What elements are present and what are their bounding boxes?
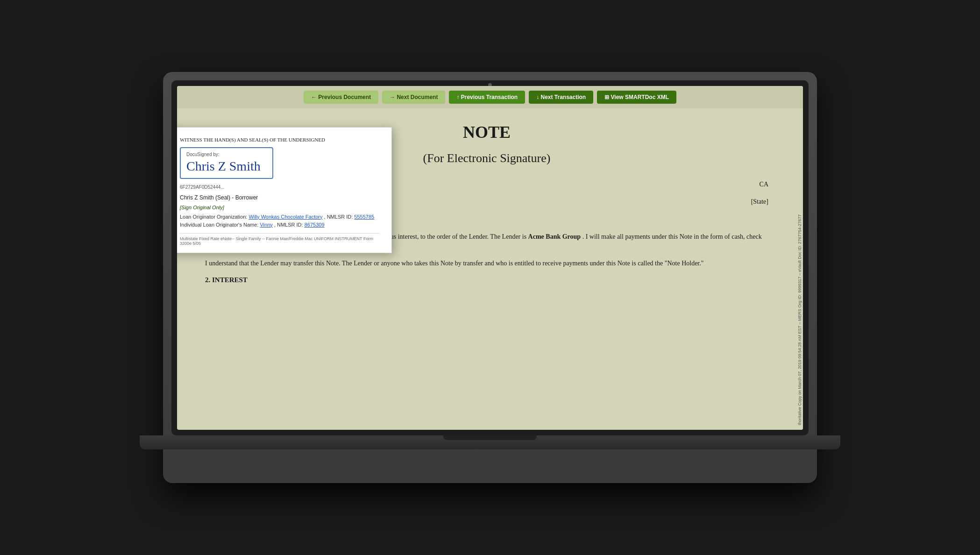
loan-originator-org-row: Loan Originator Organization: Willy Wonk… [180, 214, 380, 220]
next-transaction-button[interactable]: ↓ Next Transaction [529, 91, 593, 104]
nmlsr-label-1: NMLSR ID: [327, 214, 353, 220]
lender-name: Acme Bank Group [528, 233, 581, 240]
nmlsr-label-2: NMLSR ID: [277, 222, 303, 228]
state-value: CA [760, 179, 768, 190]
sign-original: [Sign Original Only] [180, 205, 380, 210]
nmlsr-1-link[interactable]: 5555785 [354, 214, 374, 220]
hash-text: 6F2729AF0D52444... [180, 185, 380, 190]
loan-org-label: Loan Originator Organization: [180, 214, 247, 220]
footer-text: Multistate Fixed Rate eNote-- Single Fam… [180, 236, 373, 246]
popup-footer: Multistate Fixed Rate eNote-- Single Fam… [180, 233, 380, 246]
view-xml-button[interactable]: ⊞ View SMARTDoc XML [597, 91, 676, 104]
laptop-notch [443, 435, 537, 440]
signature-text: Chris Z Smith [186, 158, 267, 174]
screen: ← Previous Document → Next Document ↑ Pr… [177, 86, 803, 430]
docusigned-box: DocuSigned by: Chris Z Smith [180, 147, 273, 179]
document-content: NOTE (For Electronic Signature) Orange C… [177, 108, 796, 430]
prev-doc-button[interactable]: ← Previous Document [304, 91, 378, 104]
prev-transaction-button[interactable]: ↑ Previous Transaction [449, 91, 525, 104]
section-2-title: 2. INTEREST [205, 274, 768, 285]
docusigned-label: DocuSigned by: [186, 152, 267, 157]
document-area: NOTE (For Electronic Signature) Orange C… [177, 108, 803, 430]
body-paragraph-2: I understand that the Lender may transfe… [205, 258, 768, 269]
laptop-shell: ← Previous Document → Next Document ↑ Pr… [163, 72, 817, 483]
nmlsr-2-link[interactable]: 8675309 [305, 222, 325, 228]
signer-name: Chris Z Smith (Seal) - Borrower [180, 194, 380, 201]
laptop-base [140, 435, 840, 449]
next-doc-button[interactable]: → Next Document [382, 91, 445, 104]
loan-org-link[interactable]: Willy Wonkas Chocolate Factory [249, 214, 322, 220]
toolbar: ← Previous Document → Next Document ↑ Pr… [177, 86, 803, 108]
state-placeholder: [State] [751, 197, 768, 207]
signature-popup: WITNESS THE HAND(S) AND SEAL(S) OF THE U… [177, 127, 392, 253]
screen-bezel: ← Previous Document → Next Document ↑ Pr… [171, 80, 809, 435]
individual-label: Individual Loan Originator's Name: [180, 222, 258, 228]
individual-link[interactable]: Vinny [260, 222, 272, 228]
individual-originator-row: Individual Loan Originator's Name: Vinny… [180, 222, 380, 228]
witness-text: WITNESS THE HAND(S) AND SEAL(S) OF THE U… [180, 137, 380, 142]
side-label: thoritative Copy on March 07, 2019 09:54… [796, 108, 803, 430]
